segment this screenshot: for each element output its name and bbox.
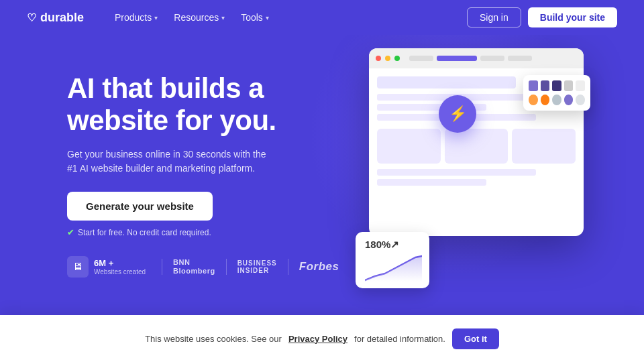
press-bnn: BNNBloomberg [173,258,215,276]
navbar: ♡ durable Products ▾ Resources ▾ Tools ▾… [0,0,644,35]
hero-right: ⚡ 180%↗ [349,35,590,315]
browser-pills [409,56,532,61]
build-site-button[interactable]: Build your site [528,7,617,27]
stat-block: 🖥 6M + Websites created [67,256,146,278]
nav-links: Products ▾ Resources ▾ Tools ▾ [108,8,467,27]
divider [288,259,288,275]
browser-content-rows-2 [377,169,576,186]
divider [226,259,227,275]
browser-card [377,129,441,164]
logo-icon: ♡ [27,11,36,24]
chevron-down-icon: ▾ [154,14,158,21]
stats-number: 180%↗ [365,239,420,251]
browser-row [377,169,536,176]
browser-cards [377,129,576,164]
browser-pill [480,56,504,61]
stats-chart [365,255,420,282]
browser-card [512,129,576,164]
floating-palette-card [523,75,590,111]
palette-swatch [529,95,538,105]
dot-yellow [385,56,390,61]
palette-swatch [552,95,561,105]
nav-tools[interactable]: Tools ▾ [234,8,276,27]
browser-row [377,179,486,186]
palette-swatch [529,80,538,91]
brand-name: durable [40,11,84,25]
cookie-text2: for detailed information. [354,334,445,344]
press-forbes: Forbes [299,260,339,274]
nav-products[interactable]: Products ▾ [108,8,164,27]
hero-title: AI that builds a website for you. [67,72,349,137]
check-icon: ✔ [67,227,74,237]
hero-section: AI that builds a website for you. Get yo… [0,35,644,315]
palette-swatch [576,80,585,91]
floating-ai-icon: ⚡ [439,95,476,133]
divider [162,259,162,275]
palette-swatch [564,95,574,105]
palette-row [529,80,585,91]
generate-button[interactable]: Generate your website [67,192,213,221]
hero-subtitle: Get your business online in 30 seconds w… [67,147,268,176]
press-insider: BUSINESSINSIDER [237,259,277,274]
palette-swatch [576,95,585,105]
browser-pill [508,56,532,61]
dot-green [394,56,400,61]
sign-in-button[interactable]: Sign in [467,7,521,27]
palette-swatch [564,80,574,91]
browser-card [445,129,508,164]
nav-actions: Sign in Build your site [467,7,617,27]
palette-swatch [552,80,561,91]
privacy-policy-link[interactable]: Privacy Policy [288,334,347,344]
cookie-banner: This website uses cookies. See our Priva… [0,315,644,362]
chevron-down-icon: ▾ [266,14,269,21]
browser-pill [409,56,433,61]
palette-swatch [541,80,550,91]
got-it-button[interactable]: Got it [452,328,499,349]
cookie-text: This website uses cookies. See our [145,334,282,344]
hero-left: AI that builds a website for you. Get yo… [67,72,349,278]
browser-header-bar [377,76,516,88]
floating-stats-card: 180%↗ [356,232,429,288]
palette-swatch [541,95,550,105]
chevron-down-icon: ▾ [221,14,225,21]
free-note: ✔ Start for free. No credit card require… [67,227,349,237]
dot-red [376,56,381,61]
nav-resources[interactable]: Resources ▾ [167,8,231,27]
browser-pill-active [437,56,477,61]
logo[interactable]: ♡ durable [27,11,84,25]
press-logos: 🖥 6M + Websites created BNNBloomberg BUS… [67,256,349,278]
browser-bar [369,48,584,68]
monitor-icon: 🖥 [67,256,89,278]
stat-text: 6M + Websites created [94,258,146,276]
palette-row-2 [529,95,585,105]
